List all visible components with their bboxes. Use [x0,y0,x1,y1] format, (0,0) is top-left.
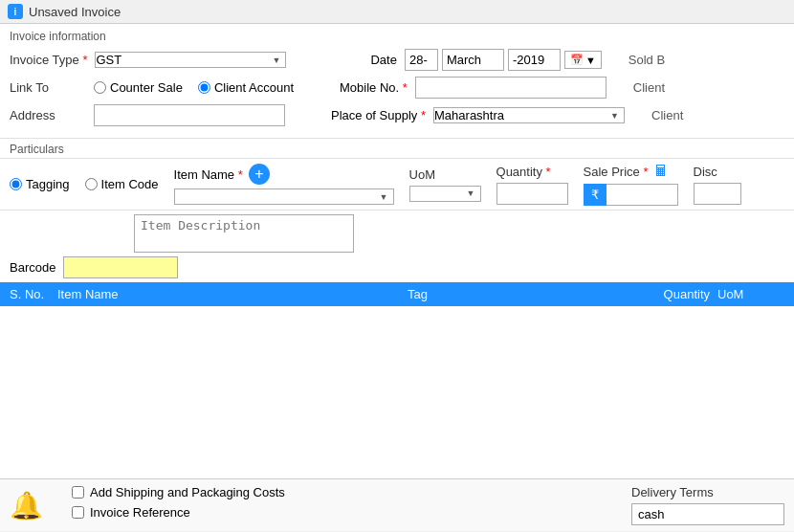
mobile-label: Mobile No. * [340,80,408,95]
bottom-bar: 🔔 Add Shipping and Packaging Costs Invoi… [0,478,794,531]
date-picker-button[interactable]: 📅 ▼ [564,51,602,69]
sold-by-label: Sold B [629,53,665,67]
qty-label: Quantity * [496,165,568,179]
client-account-option[interactable]: Client Account [198,80,294,95]
item-name-select[interactable] [174,188,394,205]
link-to-label: Link To [10,80,86,95]
uom-label: UoM [409,167,481,182]
counter-sale-option[interactable]: Counter Sale [94,80,183,95]
invoice-ref-checkbox[interactable] [72,506,84,519]
tagging-radio[interactable] [10,178,22,190]
client-account-radio[interactable] [198,81,210,94]
table-header: S. No. Item Name Tag Quantity UoM [0,282,794,306]
tagging-label: Tagging [26,177,70,191]
col-item-name: Item Name [57,287,408,301]
currency-button[interactable]: ₹ [584,184,607,206]
item-name-col: Item Name * + [174,164,394,205]
invoice-ref-checkbox-item[interactable]: Invoice Reference [72,505,285,520]
bell-icon: 🔔 [10,490,43,521]
date-row: 📅 ▼ [405,49,602,71]
item-code-label: Item Code [101,177,159,191]
item-desc-col [134,214,354,253]
mobile-input[interactable] [415,77,607,99]
particulars-section: Particulars Tagging Item Code Item Name [0,139,794,478]
col-sno: S. No. [10,287,57,301]
place-of-supply-select[interactable]: Maharashtra Gujarat Delhi Karnataka [433,107,625,123]
item-desc-barcode-row [0,211,794,256]
invoice-info-form: Invoice Type * GST Non-GST Date 📅 [0,45,794,139]
counter-sale-label: Counter Sale [110,80,183,95]
client-label-2: Client [651,108,683,122]
address-label: Address [10,108,86,122]
date-label: Date [370,53,396,67]
delivery-terms-section: Delivery Terms [631,485,784,525]
shipping-checkbox-item[interactable]: Add Shipping and Packaging Costs [72,485,285,499]
item-code-option[interactable]: Item Code [85,177,159,191]
tagging-option[interactable]: Tagging [10,177,70,191]
invoice-type-select[interactable]: GST Non-GST [95,52,286,68]
link-to-radio-group: Counter Sale Client Account [94,80,294,95]
invoice-info-label: Invoice information [0,24,794,45]
particulars-label: Particulars [0,139,794,159]
client-label-1: Client [633,80,665,95]
col-tag: Tag [408,287,641,301]
item-name-label: Item Name * [174,167,243,182]
sale-price-col: Sale Price * 🖩 ₹ [584,163,678,206]
client-account-label: Client Account [214,80,294,95]
uom-select[interactable] [409,186,481,202]
address-row: Address Place of Supply * Maharashtra Gu… [10,104,784,126]
shipping-checkbox[interactable] [72,486,84,499]
disc-col: Disc [694,165,741,205]
item-type-radio-group: Tagging Item Code [10,177,159,191]
delivery-terms-input[interactable] [631,503,784,525]
app-icon: i [8,4,23,19]
calendar-icon: 📅 [570,54,584,66]
date-month-input[interactable] [442,49,504,71]
uom-select-wrapper [409,186,481,202]
particulars-controls: Tagging Item Code Item Name * + [0,159,794,211]
barcode-section: Barcode [0,256,794,282]
sale-price-wrapper: ₹ [584,184,678,206]
item-name-select-wrapper [174,188,394,205]
invoice-ref-label: Invoice Reference [90,505,190,520]
item-name-header: Item Name * + [174,164,394,185]
barcode-input[interactable] [63,256,178,278]
shipping-label: Add Shipping and Packaging Costs [90,485,285,499]
main-content: Invoice information Invoice Type * GST N… [0,24,794,531]
address-input[interactable] [94,104,285,126]
place-of-supply-label: Place of Supply * [331,108,426,122]
barcode-label: Barcode [10,260,55,275]
item-code-radio[interactable] [85,178,98,190]
disc-input[interactable] [694,183,741,205]
uom-col: UoM [409,167,481,202]
qty-col: Quantity * [496,165,568,205]
table-body [0,306,794,478]
checkbox-group: Add Shipping and Packaging Costs Invoice… [72,485,285,520]
invoice-type-label: Invoice Type * [10,53,87,67]
invoice-type-row: Invoice Type * GST Non-GST Date 📅 [10,49,784,71]
col-qty: Quantity [641,287,717,301]
sale-price-label: Sale Price * [584,165,649,179]
calculator-icon[interactable]: 🖩 [653,163,669,180]
link-to-row: Link To Counter Sale Client Account Mobi… [10,77,784,99]
sale-price-input[interactable] [607,184,678,206]
place-of-supply-wrapper: Maharashtra Gujarat Delhi Karnataka [433,107,625,123]
invoice-type-select-wrapper: GST Non-GST [95,52,286,68]
date-day-input[interactable] [405,49,438,71]
counter-sale-radio[interactable] [94,81,106,94]
window-title: Unsaved Invoice [29,5,121,19]
disc-label: Disc [694,165,741,179]
item-description-input[interactable] [134,214,354,253]
delivery-terms-label: Delivery Terms [631,485,784,499]
date-year-input[interactable] [508,49,561,71]
add-item-button[interactable]: + [249,164,270,185]
invoice-info-section: Invoice information Invoice Type * GST N… [0,24,794,139]
col-uom: UoM [717,287,784,301]
title-bar: i Unsaved Invoice [0,0,794,24]
quantity-input[interactable] [496,183,568,205]
